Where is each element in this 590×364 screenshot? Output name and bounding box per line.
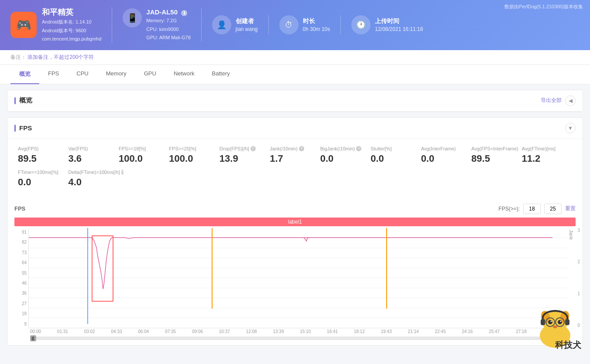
notes-link[interactable]: 添加备注，不超过200个字符 bbox=[27, 54, 94, 60]
stat-fps-gte-18-value: 100.0 bbox=[119, 153, 169, 164]
export-button[interactable]: 导出全部 bbox=[541, 97, 562, 104]
tab-battery[interactable]: Battery bbox=[203, 65, 239, 84]
svg-rect-26 bbox=[565, 319, 569, 325]
stat-fps-gte-25-value: 100.0 bbox=[169, 153, 219, 164]
stat-drop-fps: Drop(FPS)[/h] ? 13.9 bbox=[220, 146, 270, 164]
tab-overview[interactable]: 概览 bbox=[10, 65, 39, 84]
fps-x-axis: 00:00 01:31 03:02 04:33 06:04 07:35 09:0… bbox=[14, 328, 576, 335]
fps-collapse-button[interactable]: ▼ bbox=[565, 123, 576, 133]
fps-chart-area: FPS FPS(>=): 重置 label1 91 82 73 64 55 46… bbox=[7, 198, 583, 345]
svg-point-23 bbox=[560, 321, 562, 322]
tab-gpu[interactable]: GPU bbox=[135, 65, 165, 84]
stat-fps-gte-25-label: FPS>=25[%] bbox=[169, 146, 219, 151]
creator-label: 创建者 bbox=[236, 17, 258, 25]
stat-avg-fps-interframe-value: 89.5 bbox=[471, 153, 521, 164]
tab-network[interactable]: Network bbox=[165, 65, 203, 84]
fps-scrollbar[interactable]: ⏸ bbox=[30, 337, 560, 340]
upload-label: 上传时间 bbox=[375, 17, 423, 25]
app-icon: 🎮 bbox=[10, 12, 37, 38]
fps-title: FPS bbox=[14, 124, 32, 132]
stat-drop-fps-value: 13.9 bbox=[220, 153, 270, 164]
stat-avg-fps-label: Avg(FPS) bbox=[18, 146, 68, 151]
fps-section: FPS ▼ Avg(FPS) 89.5 Var(FPS) 3.6 FPS>=18… bbox=[7, 117, 583, 346]
duration-label: 时长 bbox=[303, 17, 330, 25]
stat-avg-ftime-label: Avg(FTime)[ms] bbox=[522, 146, 572, 151]
fps-gte-label: FPS(>=): bbox=[498, 206, 520, 212]
device-name: JAD-AL50 ℹ bbox=[146, 8, 190, 16]
stat-avg-fps-interframe: Avg(FPS+InterFrame) 89.5 bbox=[471, 146, 521, 164]
stat-avg-ftime-value: 11.2 bbox=[522, 153, 572, 164]
fps-stats-row2: FTime>=100ms[%] 0.0 Delta(FTime)>100ms[/… bbox=[18, 170, 572, 188]
fps-chart-svg bbox=[29, 228, 567, 328]
duration-value: 0h 30m 10s bbox=[303, 26, 330, 32]
fps-chart-main: 3 2 1 0 bbox=[28, 228, 567, 328]
stat-fps-gte-18: FPS>=18[%] 100.0 bbox=[119, 146, 169, 164]
overview-section: 概览 导出全部 ◀ bbox=[7, 90, 583, 112]
stat-avg-interframe-label: Avg(InterFrame) bbox=[421, 146, 471, 151]
duration-details: 时长 0h 30m 10s bbox=[303, 17, 330, 32]
fps-input-18[interactable] bbox=[523, 204, 541, 214]
creator-details: 创建者 jian wang bbox=[236, 17, 258, 32]
device-details: JAD-AL50 ℹ Memory: 7.2G CPU: kirin9000 G… bbox=[146, 8, 190, 42]
stat-fps-gte-25: FPS>=25[%] 100.0 bbox=[169, 146, 219, 164]
device-gpu: GPU: ARM Mali-G78 bbox=[146, 34, 190, 42]
overview-header: 概览 导出全部 ◀ bbox=[7, 90, 583, 112]
nav-tabs: 概览 FPS CPU Memory GPU Network Battery bbox=[0, 65, 590, 85]
jank-help-icon[interactable]: ? bbox=[299, 146, 304, 151]
stat-var-fps-label: Var(FPS) bbox=[68, 146, 118, 151]
stat-jank-label: Jank(/10min) ? bbox=[270, 146, 320, 151]
tab-memory[interactable]: Memory bbox=[97, 65, 135, 84]
upload-stat: 🕐 上传时间 12/08/2021 16:11:18 bbox=[351, 15, 433, 34]
fps-label-bar: label1 bbox=[14, 218, 576, 226]
app-name: 和平精英 bbox=[42, 7, 101, 17]
fps-scrollbar-handle-left[interactable]: ⏸ bbox=[30, 335, 36, 341]
stat-ftime-gte-100: FTime>=100ms[%] 0.0 bbox=[18, 170, 68, 188]
stat-big-jank-value: 0.0 bbox=[320, 153, 370, 164]
app-info: 🎮 和平精英 Android版本名: 1.14.10 Android版本号: 9… bbox=[10, 7, 112, 43]
fps-stats-row1: Avg(FPS) 89.5 Var(FPS) 3.6 FPS>=18[%] 10… bbox=[18, 146, 572, 164]
stat-spacer bbox=[119, 170, 572, 188]
fps-chart-label: FPS bbox=[14, 205, 25, 212]
stat-avg-interframe: Avg(InterFrame) 0.0 bbox=[421, 146, 471, 164]
stat-ftime-gte-100-value: 0.0 bbox=[18, 177, 68, 188]
stat-stutter-label: Stutter[%] bbox=[370, 146, 421, 151]
overview-collapse-button[interactable]: ◀ bbox=[565, 95, 576, 106]
stat-drop-fps-label: Drop(FPS)[/h] ? bbox=[220, 146, 270, 151]
upload-icon: 🕐 bbox=[351, 15, 370, 34]
stat-delta-ftime-value: 4.0 bbox=[68, 177, 118, 188]
stat-jank: Jank(/10min) ? 1.7 bbox=[270, 146, 320, 164]
fps-y-axis-left: 91 82 73 64 55 46 36 27 18 9 bbox=[14, 228, 28, 328]
stat-fps-gte-18-label: FPS>=18[%] bbox=[119, 146, 169, 151]
svg-point-21 bbox=[558, 320, 562, 324]
notes-bar: 备注： 添加备注，不超过200个字符 bbox=[0, 50, 590, 65]
fps-reset-button[interactable]: 重置 bbox=[565, 205, 576, 212]
mascot: 科技犬 bbox=[529, 303, 581, 351]
device-cpu: CPU: kirin9000 bbox=[146, 26, 190, 34]
tab-cpu[interactable]: CPU bbox=[68, 65, 97, 84]
overview-actions: 导出全部 ◀ bbox=[541, 95, 576, 106]
device-info-icon[interactable]: ℹ bbox=[181, 10, 187, 16]
fps-title-bar bbox=[14, 125, 16, 132]
app-android-version-name: Android版本名: 1.14.10 bbox=[42, 18, 101, 26]
stat-var-fps: Var(FPS) 3.6 bbox=[68, 146, 118, 164]
svg-point-24 bbox=[553, 326, 557, 328]
device-info: 📱 JAD-AL50 ℹ Memory: 7.2G CPU: kirin9000… bbox=[123, 8, 201, 42]
stat-jank-value: 1.7 bbox=[270, 153, 320, 164]
device-memory: Memory: 7.2G bbox=[146, 17, 190, 25]
mascot-text: 科技犬 bbox=[555, 339, 581, 351]
app-details: 和平精英 Android版本名: 1.14.10 Android版本号: 960… bbox=[42, 7, 101, 43]
svg-point-20 bbox=[548, 320, 552, 324]
drop-fps-help-icon[interactable]: ? bbox=[250, 146, 256, 151]
upload-value: 12/08/2021 16:11:18 bbox=[375, 26, 423, 32]
big-jank-help-icon[interactable]: ? bbox=[356, 146, 361, 151]
stat-avg-fps: Avg(FPS) 89.5 bbox=[18, 146, 68, 164]
tab-fps[interactable]: FPS bbox=[39, 65, 68, 84]
svg-point-22 bbox=[551, 321, 552, 322]
stat-avg-fps-interframe-label: Avg(FPS+InterFrame) bbox=[471, 146, 521, 151]
fps-stats: Avg(FPS) 89.5 Var(FPS) 3.6 FPS>=18[%] 10… bbox=[7, 139, 583, 198]
fps-input-25[interactable] bbox=[544, 204, 562, 214]
upload-details: 上传时间 12/08/2021 16:11:18 bbox=[375, 17, 423, 32]
creator-stat: 👤 创建者 jian wang bbox=[212, 15, 269, 34]
fps-actions: ▼ bbox=[565, 123, 576, 133]
stat-stutter-value: 0.0 bbox=[370, 153, 421, 164]
